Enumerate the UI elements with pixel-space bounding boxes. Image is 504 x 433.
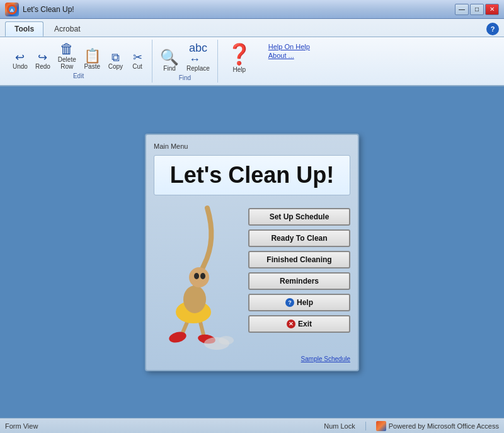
help-big-icon: ❓ — [227, 42, 252, 66]
ribbon-group-edit: ↩ Undo ↪ Redo 🗑 DeleteRow 📋 Paste ⧉ — [5, 40, 152, 83]
exit-button[interactable]: ✕ Exit — [248, 315, 350, 333]
svg-point-13 — [219, 336, 234, 345]
close-button[interactable]: ✕ — [485, 4, 499, 15]
svg-point-9 — [189, 267, 209, 287]
exit-button-content: ✕ Exit — [258, 320, 340, 328]
svg-point-11 — [200, 273, 205, 279]
redo-label: Redo — [35, 63, 50, 70]
help-big-label: Help — [232, 66, 246, 73]
redo-button[interactable]: ↪ Redo — [33, 50, 53, 71]
ribbon-content: ↩ Undo ↪ Redo 🗑 DeleteRow 📋 Paste ⧉ — [0, 37, 504, 85]
help-links: Help On Help About ... — [261, 41, 318, 61]
redo-icon: ↪ — [38, 52, 47, 63]
cut-button[interactable]: ✂ Cut — [128, 50, 147, 71]
tab-tools[interactable]: Tools — [5, 21, 43, 37]
panel-body: Set Up Schedule Ready To Clean Finished … — [154, 202, 350, 353]
replace-label: Replace — [186, 65, 210, 72]
setup-schedule-button[interactable]: Set Up Schedule — [248, 208, 350, 226]
find-group-label: Find — [179, 74, 191, 81]
ribbon-help-button[interactable]: ? — [486, 23, 499, 35]
replace-icon: abc↔ — [189, 42, 207, 65]
help-button-content: ? Help — [258, 298, 340, 307]
form-view-section: Form View — [5, 422, 38, 430]
edit-group-label: Edit — [73, 72, 84, 79]
status-divider — [365, 422, 366, 430]
copy-label: Copy — [108, 63, 123, 70]
svg-text:A: A — [10, 8, 14, 13]
help-big-button[interactable]: ❓ Help — [223, 41, 256, 74]
ribbon: Tools Acrobat ? ↩ Undo ↪ Redo 🗑 DeleteRo… — [0, 19, 504, 86]
undo-icon: ↩ — [15, 52, 25, 63]
exit-button-label: Exit — [298, 320, 312, 328]
cut-label: Cut — [132, 63, 142, 70]
replace-button[interactable]: abc↔ Replace — [184, 41, 212, 73]
menu-buttons: Set Up Schedule Ready To Clean Finished … — [248, 202, 350, 353]
delete-row-icon: 🗑 — [60, 42, 74, 56]
delete-row-label: DeleteRow — [58, 56, 76, 70]
broom-character-svg — [154, 202, 242, 353]
finished-cleaning-button[interactable]: Finished Cleaning — [248, 251, 350, 268]
undo-button[interactable]: ↩ Undo — [10, 50, 30, 71]
form-view-label: Form View — [5, 422, 38, 430]
app-icon: A — [5, 3, 19, 16]
paste-button[interactable]: 📋 Paste — [81, 48, 103, 71]
tab-acrobat[interactable]: Acrobat — [45, 21, 89, 37]
title-bar-controls: — □ ✕ — [455, 4, 499, 15]
reminders-button[interactable]: Reminders — [248, 272, 350, 290]
find-button[interactable]: 🔍 Find — [158, 49, 181, 73]
window-title: Let's Clean Up! — [23, 5, 74, 14]
copy-icon: ⧉ — [112, 52, 120, 63]
undo-label: Undo — [13, 63, 28, 70]
help-button-label: Help — [297, 298, 313, 307]
status-bar: Form View Num Lock Powered by Microsoft … — [0, 418, 504, 433]
ribbon-group-help: ❓ Help Help On Help About ... — [218, 40, 323, 83]
broom-character — [154, 202, 242, 353]
status-right: Num Lock Powered by Microsoft Office Acc… — [324, 421, 499, 431]
sample-schedule-link[interactable]: Sample Schedule — [154, 355, 350, 362]
svg-point-10 — [194, 273, 199, 279]
edit-buttons: ↩ Undo ↪ Redo 🗑 DeleteRow 📋 Paste ⧉ — [10, 41, 147, 71]
copy-button[interactable]: ⧉ Copy — [106, 50, 125, 71]
access-icon — [376, 421, 386, 431]
ribbon-group-find: 🔍 Find abc↔ Replace Find — [152, 40, 218, 83]
paste-icon: 📋 — [84, 49, 101, 63]
find-icon: 🔍 — [160, 50, 179, 65]
help-button-icon: ? — [285, 298, 294, 307]
main-content: Main Menu Let's Clean Up! — [0, 86, 504, 418]
main-menu-panel: Main Menu Let's Clean Up! — [145, 134, 359, 371]
svg-point-8 — [183, 286, 206, 313]
delete-row-button[interactable]: 🗑 DeleteRow — [55, 41, 79, 71]
maximize-button[interactable]: □ — [470, 4, 484, 15]
help-button[interactable]: ? Help — [248, 294, 350, 311]
minimize-button[interactable]: — — [455, 4, 469, 15]
ribbon-tabs: Tools Acrobat ? — [0, 19, 504, 37]
ms-access-logo: Powered by Microsoft Office Access — [376, 421, 499, 431]
title-bar: A Let's Clean Up! — □ ✕ — [0, 0, 504, 19]
powered-by-label: Powered by Microsoft Office Access — [389, 422, 499, 430]
app-title: Let's Clean Up! — [154, 155, 350, 195]
paste-label: Paste — [84, 63, 100, 70]
panel-title: Main Menu — [154, 142, 350, 150]
find-label: Find — [163, 65, 175, 72]
cut-icon: ✂ — [133, 52, 142, 63]
title-bar-left: A Let's Clean Up! — [5, 3, 74, 16]
exit-button-icon: ✕ — [287, 320, 295, 328]
find-buttons: 🔍 Find abc↔ Replace — [158, 41, 212, 73]
help-on-help-link[interactable]: Help On Help — [268, 43, 310, 50]
num-lock-label: Num Lock — [324, 422, 355, 430]
about-link[interactable]: About ... — [268, 52, 310, 59]
ready-to-clean-button[interactable]: Ready To Clean — [248, 229, 350, 247]
